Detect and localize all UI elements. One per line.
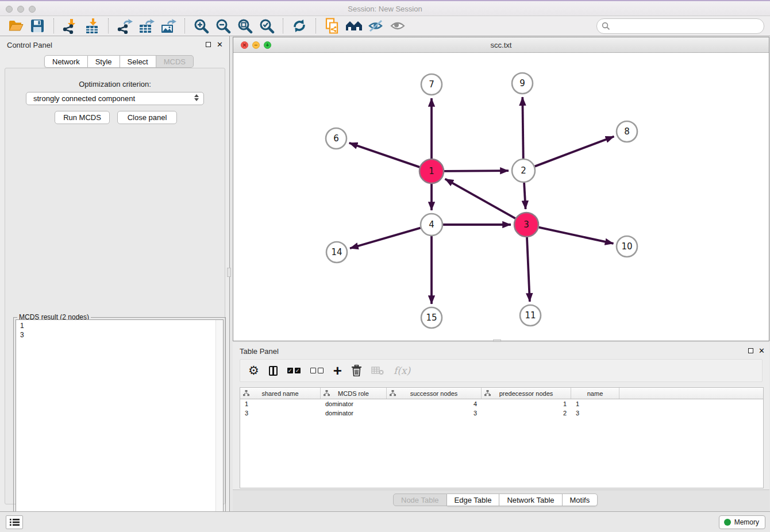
graph-edge-4-14[interactable] [350, 228, 421, 249]
memory-button[interactable]: Memory [719, 515, 765, 529]
result-scrollbar[interactable] [215, 320, 223, 532]
memory-status-icon [724, 519, 731, 526]
graph-edge-1-6[interactable] [349, 143, 420, 167]
control-panel-title: Control Panel [7, 41, 52, 49]
import-table-icon[interactable] [81, 17, 103, 34]
tab-mcds[interactable]: MCDS [156, 55, 194, 68]
session-title: Session: New Session [0, 5, 770, 13]
toolbar-separator [184, 18, 185, 33]
table-cell[interactable]: 2 [482, 408, 571, 418]
graph-edge-2-9[interactable] [522, 97, 523, 159]
table-panel-title: Table Panel [240, 347, 279, 356]
mcds-result-box: MCDS result (2 nodes) 13 [13, 317, 226, 532]
node-table-body: 1dominator4113dominator323 [240, 399, 763, 418]
mcds-panel: Optimization criterion: strongly connect… [5, 68, 225, 504]
table-cell[interactable]: 4 [387, 399, 482, 408]
criterion-dropdown-value: strongly connected component [33, 94, 135, 103]
close-table-panel-icon[interactable]: ✕ [759, 346, 765, 355]
zoom-out-icon[interactable] [212, 17, 234, 34]
table-cell[interactable]: 3 [571, 408, 619, 418]
graph-edge-3-11[interactable] [527, 237, 530, 302]
show-details-icon[interactable] [387, 17, 409, 34]
save-session-icon[interactable] [26, 17, 48, 34]
frame-resize-grip[interactable] [493, 340, 501, 342]
zoom-selected-icon[interactable] [256, 17, 278, 34]
graph-edge-2-8[interactable] [535, 137, 614, 167]
column-header-successor-nodes[interactable]: successor nodes [387, 388, 482, 399]
table-cell[interactable]: 1 [482, 399, 571, 408]
panel-splitter-grip[interactable] [227, 268, 231, 277]
task-history-button[interactable] [6, 515, 23, 529]
mcds-result-item: 3 [16, 330, 223, 340]
function-builder-icon[interactable]: f(x) [394, 363, 410, 378]
app-titlebar: Session: New Session [0, 0, 770, 16]
table-cell[interactable]: 1 [240, 399, 321, 408]
tab-network-table[interactable]: Network Table [499, 494, 562, 506]
close-panel-icon[interactable]: ✕ [217, 40, 223, 49]
close-panel-button[interactable]: Close panel [117, 111, 177, 124]
zoom-fit-icon[interactable] [234, 17, 256, 34]
column-header-predecessor-nodes[interactable]: predecessor nodes [482, 388, 571, 399]
table-panel: Table Panel ✕ ⚙ ✓✓ + f(x) shared name MC… [233, 342, 769, 511]
mcds-result-item: 1 [16, 321, 223, 330]
toolbar-separator [108, 18, 109, 33]
home-layout-icon[interactable] [343, 17, 365, 34]
search-input[interactable] [610, 21, 764, 32]
criterion-dropdown[interactable]: strongly connected component [26, 92, 204, 105]
column-visibility-icon[interactable] [269, 363, 278, 378]
table-row[interactable]: 3dominator323 [240, 408, 763, 418]
column-type-icon [484, 390, 491, 398]
hide-details-icon[interactable] [365, 17, 387, 34]
duplicate-network-icon[interactable] [321, 17, 343, 34]
float-panel-icon[interactable] [206, 42, 211, 47]
delete-column-icon[interactable] [352, 363, 361, 378]
column-header-name[interactable]: name [571, 388, 619, 399]
export-table-icon[interactable] [136, 17, 157, 34]
graph-node-label-14: 14 [331, 247, 342, 257]
column-header-mcds-role[interactable]: MCDS role [321, 388, 387, 399]
deselect-all-icon[interactable] [310, 363, 324, 378]
table-cell[interactable]: 3 [387, 408, 482, 418]
table-settings-gear-icon[interactable]: ⚙ [248, 363, 259, 378]
select-all-icon[interactable]: ✓✓ [287, 363, 301, 378]
delete-table-icon[interactable] [371, 363, 384, 378]
toolbar-separator [283, 18, 283, 33]
control-panel-tabs: Network Style Select MCDS [44, 55, 194, 68]
memory-label: Memory [734, 518, 759, 526]
tab-network[interactable]: Network [44, 55, 88, 68]
column-header-shared-name[interactable]: shared name [240, 388, 321, 399]
float-table-panel-icon[interactable] [748, 348, 753, 353]
mcds-result-list[interactable]: 13 [16, 319, 224, 532]
control-panel: Control Panel ✕ Network Style Select MCD… [0, 36, 230, 511]
table-row[interactable]: 1dominator411 [240, 399, 763, 408]
node-table-header: shared name MCDS role successor nodes pr… [240, 388, 763, 399]
graph-edge-2-3[interactable] [524, 183, 526, 209]
tab-edge-table[interactable]: Edge Table [447, 494, 500, 506]
open-session-icon[interactable] [5, 17, 26, 34]
export-network-icon[interactable] [114, 17, 136, 34]
graph-edge-1-2[interactable] [444, 171, 509, 171]
graph-edge-3-10[interactable] [539, 228, 614, 244]
graph-node-label-6: 6 [333, 133, 339, 144]
import-network-icon[interactable] [59, 17, 81, 34]
table-cell[interactable]: 1 [571, 399, 619, 408]
graph-node-label-10: 10 [621, 241, 632, 252]
zoom-in-icon[interactable] [190, 17, 212, 34]
tab-motifs[interactable]: Motifs [563, 494, 598, 506]
tab-node-table[interactable]: Node Table [393, 494, 447, 506]
table-cell[interactable]: dominator [321, 399, 387, 408]
network-view-window: ✕ − + scc.txt 7968124314101511 [233, 37, 769, 341]
table-cell[interactable]: dominator [321, 408, 387, 418]
column-type-icon [390, 390, 396, 398]
refresh-view-icon[interactable] [288, 17, 310, 34]
export-image-icon[interactable] [157, 17, 179, 34]
network-window-titlebar[interactable]: ✕ − + scc.txt [233, 37, 769, 53]
graph-node-label-4: 4 [429, 219, 434, 230]
tab-style[interactable]: Style [88, 55, 120, 68]
table-cell[interactable]: 3 [240, 408, 321, 418]
network-canvas[interactable]: 7968124314101511 [234, 53, 768, 341]
graph-edge-3-1[interactable] [445, 179, 515, 218]
add-column-icon[interactable]: + [333, 363, 342, 378]
tab-select[interactable]: Select [120, 55, 156, 68]
run-mcds-button[interactable]: Run MCDS [55, 111, 110, 124]
